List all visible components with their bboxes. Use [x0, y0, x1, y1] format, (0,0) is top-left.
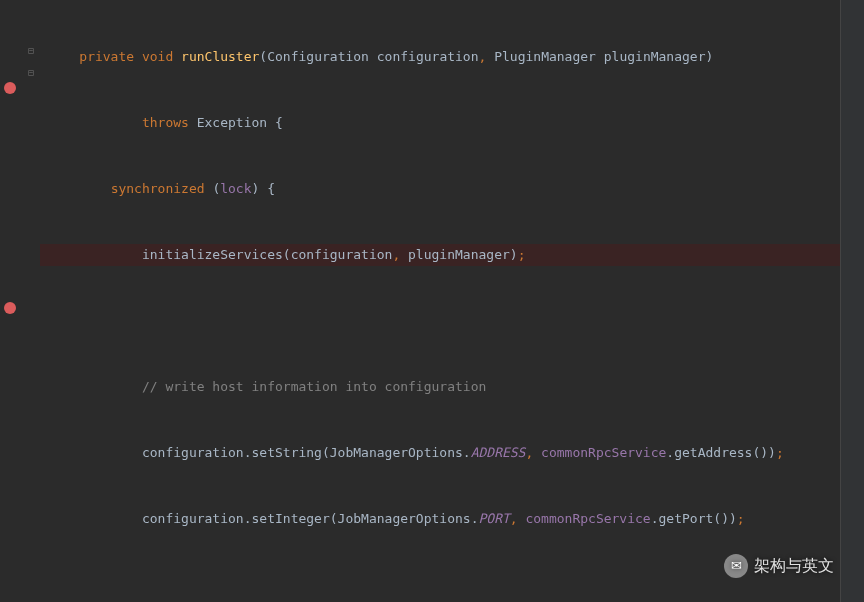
code-line[interactable]	[40, 574, 840, 596]
wechat-icon: ✉	[724, 554, 748, 578]
breakpoint-icon[interactable]	[4, 302, 16, 314]
breakpoint-icon[interactable]	[4, 82, 16, 94]
code-line[interactable]: // write host information into configura…	[40, 376, 840, 398]
gutter-right[interactable]	[840, 0, 864, 602]
code-line[interactable]: private void runCluster(Configuration co…	[40, 46, 840, 68]
code-line[interactable]: throws Exception {	[40, 112, 840, 134]
code-line[interactable]: synchronized (lock) {	[40, 178, 840, 200]
fold-icon[interactable]: ⊟	[28, 62, 38, 72]
code-area[interactable]: private void runCluster(Configuration co…	[40, 0, 840, 602]
code-line[interactable]: configuration.setInteger(JobManagerOptio…	[40, 508, 840, 530]
code-line[interactable]	[40, 310, 840, 332]
watermark: ✉ 架构与英文	[724, 554, 834, 578]
gutter[interactable]: ⊟ ⊟	[0, 0, 40, 602]
code-editor[interactable]: ⊟ ⊟ private void runCluster(Configuratio…	[0, 0, 864, 602]
watermark-text: 架构与英文	[754, 555, 834, 577]
fold-icon[interactable]: ⊟	[28, 40, 38, 50]
code-line[interactable]: configuration.setString(JobManagerOption…	[40, 442, 840, 464]
code-line[interactable]: initializeServices(configuration, plugin…	[40, 244, 840, 266]
